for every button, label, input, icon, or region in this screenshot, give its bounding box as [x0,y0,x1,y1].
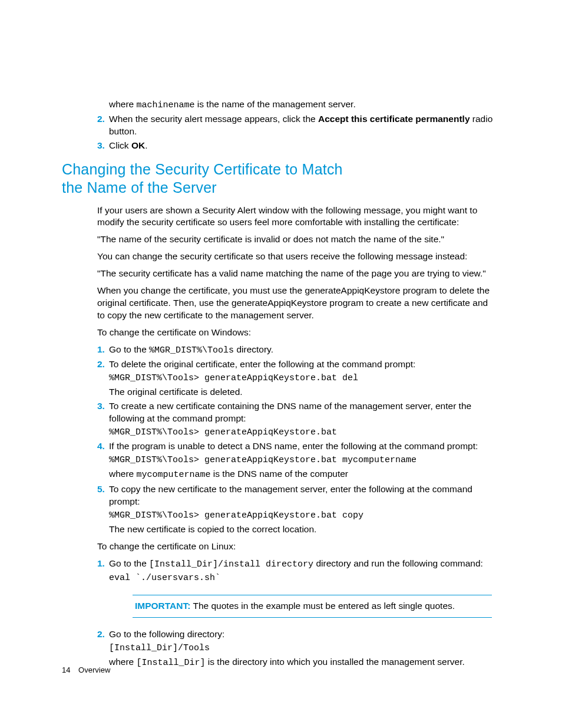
list-text: Go to the %MGR_DIST%\Tools directory. [109,344,498,357]
code: [Install_Dir]/install directory [149,559,313,569]
list-text: To delete the original certificate, ente… [109,358,498,371]
win-step-1: 1. Go to the %MGR_DIST%\Tools directory. [97,344,498,357]
paragraph: To change the certificate on Linux: [97,541,498,553]
win-step-2: 2. To delete the original certificate, e… [97,358,498,371]
section-name: Overview [78,666,110,674]
code-line: %MGR_DIST%\Tools> generateAppiqKeystore.… [109,510,498,522]
list-text: Go to the following directory: [109,628,498,641]
text-line: where [Install_Dir] is the directory int… [109,656,498,669]
list-text: If the program is unable to detect a DNS… [109,440,498,453]
list-number: 2. [97,113,108,126]
list-text: Click OK. [109,140,498,152]
text: where [109,99,137,109]
paragraph: You can change the security certificate … [97,251,498,263]
bold: Accept this certificate permanently [318,114,470,124]
where-line: where machinename is the name of the man… [109,98,498,111]
list-number: 3. [97,400,108,413]
list-number: 4. [97,440,108,453]
code-line: %MGR_DIST%\Tools> generateAppiqKeystore.… [109,427,498,439]
paragraph: When you change the certificate, you mus… [97,285,498,322]
important-note: IMPORTANT: The quotes in the example mus… [133,595,492,618]
list-number: 2. [97,358,108,371]
paragraph: To change the certificate on Windows: [97,327,498,339]
code-line: [Install_Dir]/Tools [109,643,498,654]
text-line: where mycomputername is the DNS name of … [109,468,498,481]
code-line: %MGR_DIST%\Tools> generateAppiqKeystore.… [109,454,498,466]
list-number: 1. [97,558,108,570]
code: %MGR_DIST%\Tools [149,345,234,355]
bold: OK [131,140,145,150]
text: is the name of the management server. [195,99,356,109]
paragraph: If your users are shown a Security Alert… [97,205,498,229]
code-line: %MGR_DIST%\Tools> generateAppiqKeystore.… [109,373,498,384]
top-step-2: 2. When the security alert message appea… [97,113,498,138]
win-step-4: 4. If the program is unable to detect a … [97,440,498,453]
code-line: eval `./usersvars.sh` [109,572,498,584]
note-label: IMPORTANT: [135,601,190,611]
text-line: The new certificate is copied to the cor… [109,523,498,536]
code: [Install_Dir] [137,658,206,668]
page-footer: 14 Overview [62,665,110,676]
win-step-5: 5. To copy the new certificate to the ma… [97,483,498,508]
list-number: 1. [97,344,108,356]
list-text: Go to the [Install_Dir]/install director… [109,558,498,571]
top-step-3: 3. Click OK. [97,140,498,152]
note-text: The quotes in the example must be entere… [190,601,455,611]
list-text: When the security alert message appears,… [109,113,498,138]
list-number: 5. [97,483,108,496]
list-number: 2. [97,628,108,641]
list-text: To create a new certificate containing t… [109,400,498,425]
win-step-3: 3. To create a new certificate containin… [97,400,498,425]
section-heading: Changing the Security Certificate to Mat… [62,160,498,197]
code: machinename [137,100,195,110]
page-number: 14 [62,666,70,674]
paragraph: "The name of the security certificate is… [97,233,498,246]
list-number: 3. [97,140,108,152]
lin-step-1: 1. Go to the [Install_Dir]/install direc… [97,558,498,571]
paragraph: "The security certificate has a valid na… [97,268,498,280]
list-text: To copy the new certificate to the manag… [109,483,498,508]
code: mycomputername [137,470,211,480]
lin-step-2: 2. Go to the following directory: [97,628,498,641]
text-line: The original certificate is deleted. [109,386,498,398]
page-body: where machinename is the name of the man… [62,97,498,671]
